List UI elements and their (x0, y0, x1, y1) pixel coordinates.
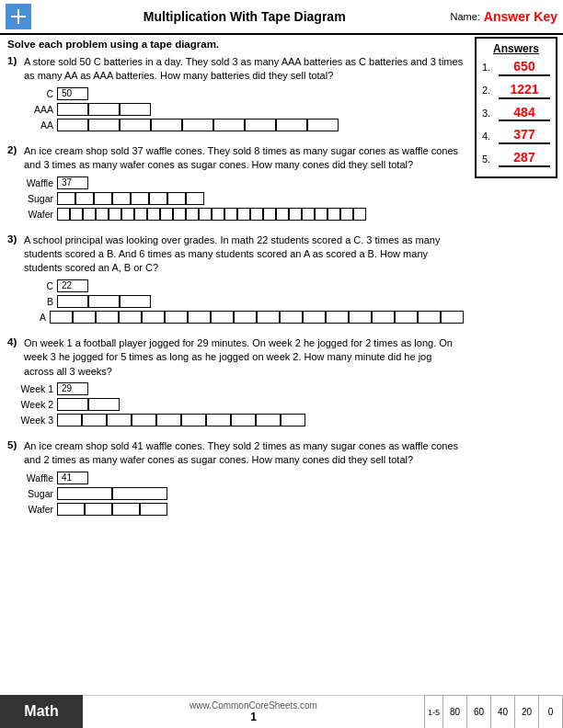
footer-subject: Math (0, 695, 83, 728)
page-title: Multiplication With Tape Diagram (39, 9, 450, 24)
answer-row-3: 3. 484 (482, 105, 550, 122)
problem-4-text: On week 1 a football player jogged for 2… (24, 336, 464, 379)
tape-cells-2-wafer (57, 208, 366, 221)
answer-row-1: 1. 650 (482, 59, 550, 76)
tape-row-3-a: A (17, 311, 464, 324)
tape-cell-val-5-waffle: 41 (57, 472, 88, 484)
problem-2-diagram: Waffle 37 Sugar (17, 176, 464, 221)
problem-5: 5) An ice cream shop sold 41 waffle cone… (7, 439, 464, 516)
tape-row-4-w2: Week 2 (17, 398, 464, 411)
tape-label-2-waffle: Waffle (17, 177, 53, 188)
problem-1-diagram: C 50 AAA AA (17, 87, 464, 131)
problem-1-header: 1) A store sold 50 C batteries in a day.… (7, 55, 464, 84)
tape-row-4-w1: Week 1 29 (17, 382, 464, 395)
answer-row-2: 2. 1221 (482, 82, 550, 99)
problem-3-text: A school principal was looking over grad… (24, 233, 464, 276)
problem-4: 4) On week 1 a football player jogged fo… (7, 336, 464, 427)
problem-5-header: 5) An ice cream shop sold 41 waffle cone… (7, 439, 464, 468)
tape-cell-val-2-waffle: 37 (57, 176, 88, 189)
tape-row-1-aaa: AAA (17, 103, 464, 116)
answer-val-5: 287 (499, 150, 550, 167)
footer: Math www.CommonCoreSheets.com 1 1-5 80 6… (0, 695, 563, 728)
tape-row-5-wafer: Wafer (17, 503, 464, 516)
tape-label-3-c: C (17, 280, 53, 291)
tape-label-2-sugar: Sugar (17, 193, 53, 204)
answer-row-4: 4. 377 (482, 127, 550, 144)
problem-5-num: 5) (7, 439, 20, 450)
footer-scores: 1-5 80 60 40 20 0 (424, 695, 563, 728)
footer-center: www.CommonCoreSheets.com 1 (83, 695, 424, 728)
tape-cell-val-3-c: 22 (57, 279, 88, 292)
logo (6, 4, 31, 29)
score-80: 80 (443, 696, 467, 728)
tape-label-5-sugar: Sugar (17, 488, 53, 499)
problem-3: 3) A school principal was looking over g… (7, 233, 464, 324)
problem-2-num: 2) (7, 144, 20, 155)
answers-box: Answers 1. 650 2. 1221 3. 484 4. 377 5. … (475, 37, 557, 178)
tape-cells-3-b (57, 295, 151, 308)
answer-val-1: 650 (499, 59, 550, 76)
problem-4-diagram: Week 1 29 Week 2 Week 3 (17, 382, 464, 427)
tape-label-1-aa: AA (17, 119, 53, 131)
problem-5-text: An ice cream shop sold 41 waffle cones. … (24, 439, 464, 468)
tape-row-4-w3: Week 3 (17, 414, 464, 427)
tape-cells-3-a (50, 311, 464, 324)
answer-num-4: 4. (482, 131, 499, 142)
problem-4-num: 4) (7, 336, 20, 347)
tape-row-1-c: C 50 (17, 87, 464, 100)
problem-2: 2) An ice cream shop sold 37 waffle cone… (7, 144, 464, 221)
tape-cells-2-sugar (57, 192, 204, 205)
tape-label-5-waffle: Waffle (17, 472, 53, 483)
answer-num-1: 1. (482, 62, 499, 73)
tape-label-4-w3: Week 3 (17, 415, 53, 426)
score-40: 40 (491, 696, 515, 728)
answer-key-label: Answer Key (484, 9, 557, 24)
tape-label-4-w2: Week 2 (17, 399, 53, 410)
score-label: 1-5 (425, 696, 443, 728)
tape-label-1-aaa: AAA (17, 104, 53, 115)
tape-label-5-wafer: Wafer (17, 504, 53, 515)
tape-cells-5-sugar (57, 487, 167, 500)
tape-label-3-b: B (17, 296, 53, 307)
tape-cell-val-4-w1: 29 (57, 382, 88, 395)
tape-row-5-waffle: Waffle 41 (17, 472, 464, 484)
tape-row-3-b: B (17, 295, 464, 308)
problem-1: 1) A store sold 50 C batteries in a day.… (7, 55, 464, 131)
tape-cell-val-1-c: 50 (57, 87, 88, 100)
svg-rect-1 (17, 9, 19, 24)
problem-2-header: 2) An ice cream shop sold 37 waffle cone… (7, 144, 464, 173)
footer-page: 1 (250, 711, 257, 723)
score-0: 0 (539, 696, 563, 728)
problem-5-diagram: Waffle 41 Sugar Wafer (17, 472, 464, 516)
score-60: 60 (467, 696, 491, 728)
tape-row-2-waffle: Waffle 37 (17, 176, 464, 189)
answer-num-3: 3. (482, 108, 499, 119)
answer-num-2: 2. (482, 85, 499, 96)
tape-cells-4-w3 (57, 414, 305, 427)
tape-row-2-wafer: Wafer (17, 208, 464, 221)
score-20: 20 (515, 696, 539, 728)
problem-3-header: 3) A school principal was looking over g… (7, 233, 464, 276)
tape-row-3-c: C 22 (17, 279, 464, 292)
header: Multiplication With Tape Diagram Name: A… (0, 0, 563, 35)
answer-val-4: 377 (499, 127, 550, 144)
footer-url: www.CommonCoreSheets.com (190, 700, 317, 711)
problem-3-num: 3) (7, 233, 20, 245)
instruction: Solve each problem using a tape diagram. (7, 39, 464, 50)
answer-row-5: 5. 287 (482, 150, 550, 167)
problem-4-header: 4) On week 1 a football player jogged fo… (7, 336, 464, 379)
tape-cells-4-w2 (57, 398, 120, 411)
tape-row-2-sugar: Sugar (17, 192, 464, 205)
tape-label-4-w1: Week 1 (17, 383, 53, 394)
tape-cells-5-wafer (57, 503, 167, 516)
tape-cells-1-aa (57, 119, 339, 131)
answer-num-5: 5. (482, 154, 499, 165)
tape-row-5-sugar: Sugar (17, 487, 464, 500)
answers-title: Answers (482, 42, 550, 55)
page: Multiplication With Tape Diagram Name: A… (0, 0, 563, 728)
problem-1-num: 1) (7, 55, 20, 66)
name-label: Name: (450, 11, 479, 22)
answer-val-2: 1221 (499, 82, 550, 99)
tape-row-1-aa: AA (17, 119, 464, 131)
problem-1-text: A store sold 50 C batteries in a day. Th… (24, 55, 464, 84)
